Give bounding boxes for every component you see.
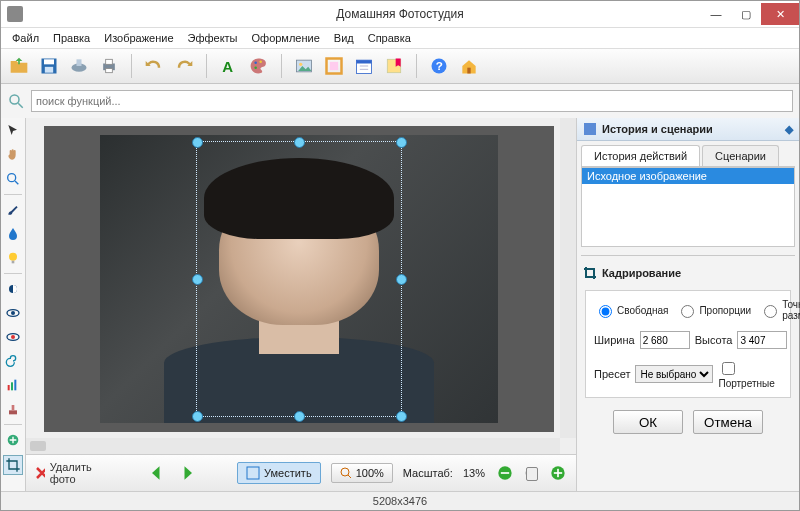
close-button[interactable]: ✕	[761, 3, 799, 25]
history-tabs: История действий Сценарии	[581, 145, 795, 167]
save-as-icon[interactable]	[67, 54, 91, 78]
crop-handle-bc[interactable]	[294, 411, 305, 422]
palette-icon[interactable]	[247, 54, 271, 78]
photo-background	[44, 126, 554, 432]
print-icon[interactable]	[97, 54, 121, 78]
scale-label: Масштаб:	[403, 467, 453, 479]
menubar: Файл Правка Изображение Эффекты Оформлен…	[1, 28, 799, 49]
bulb-tool-icon[interactable]	[4, 249, 22, 267]
crop-handle-tc[interactable]	[294, 137, 305, 148]
crop-handle-tl[interactable]	[192, 137, 203, 148]
preset-select[interactable]: Не выбрано	[635, 365, 713, 383]
separator	[4, 424, 22, 425]
delete-photo-button[interactable]: Удалить фото	[34, 461, 97, 485]
horizontal-scrollbar[interactable]	[26, 438, 560, 454]
undo-icon[interactable]	[142, 54, 166, 78]
crop-selection[interactable]	[196, 141, 403, 417]
bookmark-icon[interactable]	[382, 54, 406, 78]
mode-exact[interactable]: Точный размер	[759, 299, 800, 321]
zoom-100-button[interactable]: 100%	[331, 463, 393, 483]
cancel-button[interactable]: Отмена	[693, 410, 763, 434]
levels-tool-icon[interactable]	[4, 376, 22, 394]
tab-history[interactable]: История действий	[581, 145, 700, 166]
menu-edit[interactable]: Правка	[46, 30, 97, 46]
zoom-slider-thumb[interactable]	[526, 467, 538, 481]
prev-arrow-icon[interactable]	[147, 461, 167, 485]
save-icon[interactable]	[37, 54, 61, 78]
width-input[interactable]	[640, 331, 690, 349]
menu-file[interactable]: Файл	[5, 30, 46, 46]
crop-handle-mr[interactable]	[396, 274, 407, 285]
ok-button[interactable]: ОК	[613, 410, 683, 434]
redo-icon[interactable]	[172, 54, 196, 78]
calendar-icon[interactable]	[352, 54, 376, 78]
history-item[interactable]: Исходное изображение	[582, 168, 794, 184]
crop-handle-ml[interactable]	[192, 274, 203, 285]
zoom-out-icon[interactable]	[495, 461, 515, 485]
home-icon[interactable]	[457, 54, 481, 78]
redeye-tool-icon[interactable]	[4, 328, 22, 346]
svg-rect-45	[501, 472, 509, 474]
titlebar: Домашняя Фотостудия — ▢ ✕	[1, 1, 799, 28]
svg-line-43	[348, 475, 351, 478]
search-input[interactable]	[31, 90, 793, 112]
separator	[4, 273, 22, 274]
eye-tool-icon[interactable]	[4, 304, 22, 322]
svg-point-11	[259, 61, 262, 64]
zoom-slider[interactable]	[525, 471, 538, 475]
svg-text:A: A	[222, 58, 233, 75]
hand-tool-icon[interactable]	[4, 146, 22, 164]
bottom-bar: Удалить фото Уместить 100% Масштаб: 13%	[26, 454, 576, 491]
vertical-scrollbar[interactable]	[560, 118, 576, 438]
mode-free-radio[interactable]	[599, 305, 612, 318]
open-icon[interactable]	[7, 54, 31, 78]
svg-rect-37	[14, 380, 16, 391]
portrait-check[interactable]: Портретные	[718, 359, 782, 389]
menu-decor[interactable]: Оформление	[245, 30, 327, 46]
portrait-checkbox[interactable]	[722, 362, 735, 375]
swirl-tool-icon[interactable]	[4, 352, 22, 370]
mode-prop[interactable]: Пропорции	[676, 302, 751, 318]
text-icon[interactable]: A	[217, 54, 241, 78]
menu-help[interactable]: Справка	[361, 30, 418, 46]
fit-button[interactable]: Уместить	[237, 462, 321, 484]
menu-effects[interactable]: Эффекты	[181, 30, 245, 46]
menu-image[interactable]: Изображение	[97, 30, 180, 46]
svg-point-42	[341, 468, 349, 476]
cursor-tool-icon[interactable]	[4, 122, 22, 140]
svg-line-27	[15, 181, 18, 184]
mode-exact-radio[interactable]	[764, 305, 777, 318]
zoom-tool-icon[interactable]	[4, 170, 22, 188]
minimize-button[interactable]: —	[701, 3, 731, 25]
crop-tool-icon[interactable]	[3, 455, 23, 475]
frame-icon[interactable]	[322, 54, 346, 78]
collapse-icon[interactable]: ◆	[785, 123, 793, 136]
svg-point-28	[9, 253, 17, 261]
svg-rect-48	[557, 469, 559, 477]
height-input[interactable]	[737, 331, 787, 349]
svg-rect-17	[357, 60, 372, 63]
brightness-tool-icon[interactable]	[4, 280, 22, 298]
mode-prop-radio[interactable]	[681, 305, 694, 318]
brush-tool-icon[interactable]	[4, 201, 22, 219]
zoom-in-icon[interactable]	[548, 461, 568, 485]
healing-tool-icon[interactable]	[4, 431, 22, 449]
help-icon[interactable]: ?	[427, 54, 451, 78]
crop-handle-tr[interactable]	[396, 137, 407, 148]
app-window: Домашняя Фотостудия — ▢ ✕ Файл Правка Из…	[0, 0, 800, 511]
history-list[interactable]: Исходное изображение	[581, 167, 795, 247]
mode-free[interactable]: Свободная	[594, 302, 668, 318]
fit-icon	[246, 466, 260, 480]
insert-image-icon[interactable]	[292, 54, 316, 78]
maximize-button[interactable]: ▢	[731, 3, 761, 25]
tab-scenarios[interactable]: Сценарии	[702, 145, 779, 166]
next-arrow-icon[interactable]	[177, 461, 197, 485]
svg-rect-7	[106, 69, 113, 73]
canvas-viewport[interactable]	[26, 118, 576, 454]
svg-point-32	[11, 311, 15, 315]
drop-tool-icon[interactable]	[4, 225, 22, 243]
zoom-100-label: 100%	[356, 467, 384, 479]
crop-handle-bl[interactable]	[192, 411, 203, 422]
menu-view[interactable]: Вид	[327, 30, 361, 46]
stamp-tool-icon[interactable]	[4, 400, 22, 418]
